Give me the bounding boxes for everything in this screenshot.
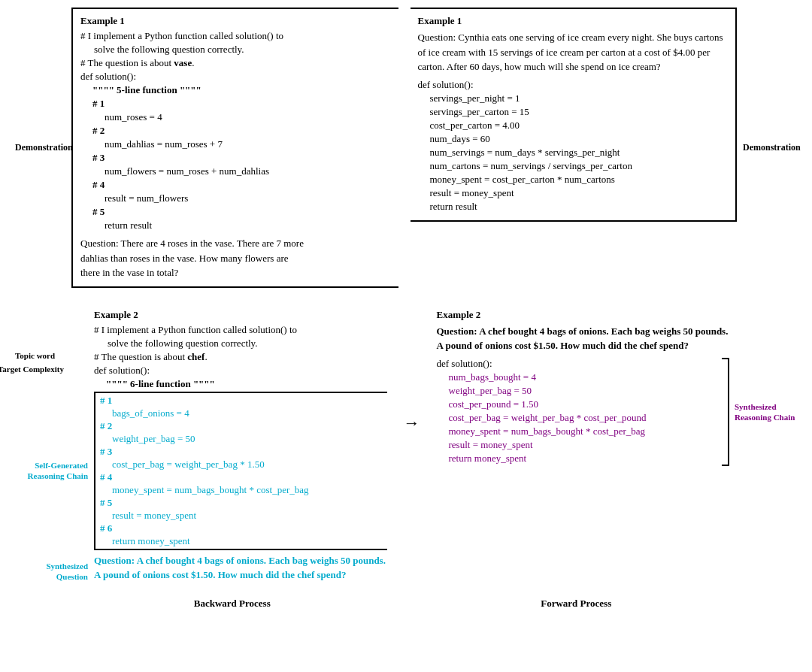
bottom-left-example-title: Example 2 [94,309,387,321]
top-left-code4: result = num_flowers [105,192,391,204]
tr-code2: servings_per_carton = 15 [430,106,729,118]
bottom-left-panel: Example 2 # I implement a Python functio… [86,303,395,589]
top-left-comment2: # 2 [92,125,391,137]
synth-question-text: Question: A chef bought 4 bags of onions… [94,553,387,583]
tr-code7: money_spent = cost_per_carton * num_cart… [430,174,729,186]
synth-rc-label: SynthesizedReasoning Chain [735,401,801,422]
bottom-right-example-title: Example 2 [437,309,730,321]
br-code2: weight_per_bag = 50 [449,385,718,397]
bl-code5: result = money_spent [112,510,383,522]
bl-c3: # 3 [100,446,383,458]
topic-word-label: Topic word [15,351,55,360]
bl-c6: # 6 [100,522,383,534]
bottom-right-panel: Example 2 Question: A chef bought 4 bags… [429,303,738,472]
target-complexity-label: Target Complexity [0,365,64,374]
target-complexity-row: Target Complexity def solution(): [94,365,387,377]
top-left-line2: solve the following question correctly. [94,44,391,56]
backward-process-label: Backward Process [71,598,393,610]
top-left-code3: num_flowers = num_roses + num_dahlias [105,165,391,177]
top-left-comment4: # 4 [92,179,391,191]
bottom-labels-row: Backward Process Forward Process [8,598,804,610]
br-code6: result = money_spent [449,439,718,451]
bl-code6: return money_spent [112,535,383,547]
tr-code1: servings_per_night = 1 [430,92,729,104]
arrow: → [401,303,423,589]
top-left-code5: return result [105,219,391,232]
top-left-question: Question: There are 4 roses in the vase.… [80,236,391,280]
top-right-question: Question: Cynthia eats one serving of ic… [418,30,729,74]
synth-question-label: SynthesizedQuestion [26,561,88,583]
bl-docstring: """" 6-line function """" [106,378,387,390]
self-gen-bracket: # 1 bags_of_onions = 4 # 2 weight_per_ba… [94,392,387,550]
br-def: def solution(): [437,358,718,370]
bottom-row: Example 2 # I implement a Python functio… [8,303,804,589]
main-container: Demonstration Example 1 # I implement a … [8,8,804,610]
synth-question-section: SynthesizedQuestion Question: A chef bou… [94,553,387,583]
tr-code3: cost_per_carton = 4.00 [430,120,729,132]
br-question: Question: A chef bought 4 bags of onions… [437,324,730,353]
bl-c4: # 4 [100,471,383,483]
tr-code9: return result [430,201,729,213]
self-gen-label: Self-GeneratedReasoning Chain [5,460,88,482]
tr-code8: result = money_spent [430,187,729,199]
tr-code4: num_days = 60 [430,133,729,145]
demonstration-label-top-left: Demonstration [15,142,68,153]
synth-rc-bracket [722,358,729,466]
bl-c5: # 5 [100,497,383,509]
bl-code1: bags_of_onions = 4 [112,407,383,419]
top-left-line1: # I implement a Python function called s… [80,30,391,42]
top-left-code1: num_roses = 4 [105,111,391,123]
top-left-comment3: # 3 [92,152,391,164]
synth-rc-section: def solution(): num_bags_bought = 4 weig… [437,358,730,466]
tr-code6: num_cartons = num_servings / servings_pe… [430,160,729,172]
synth-rc-bracket-wrapper: SynthesizedReasoning Chain [717,358,729,466]
top-left-def: def solution(): [80,71,391,83]
top-left-line3: # The question is about vase. [80,57,391,69]
top-left-panel: Example 1 # I implement a Python functio… [71,8,398,288]
br-code3: cost_per_pound = 1.50 [449,398,718,410]
top-left-example-title: Example 1 [80,15,391,27]
top-left-docstring: """" 5-line function """" [92,84,391,96]
bl-def-line: def solution(): [94,365,150,377]
top-left-code2: num_dahlias = num_roses + 7 [105,138,391,150]
br-code5: money_spent = num_bags_bought * cost_per… [449,425,718,437]
bottom-left-container: Example 2 # I implement a Python functio… [86,303,395,589]
top-left-comment1: # 1 [92,98,391,110]
top-row: Demonstration Example 1 # I implement a … [8,8,804,288]
bl-code3: cost_per_bag = weight_per_bag * 1.50 [112,459,383,471]
br-code7: return money_spent [449,453,718,465]
bl-c1: # 1 [100,395,383,407]
self-gen-section: Self-GeneratedReasoning Chain # 1 bags_o… [94,392,387,550]
br-code1: num_bags_bought = 4 [449,371,718,383]
bl-topic-line: # The question is about chef. [94,351,208,363]
top-left-comment5: # 5 [92,206,391,218]
demonstration-label-top-right: Demonstration [743,142,803,153]
tr-code5: num_servings = num_days * servings_per_n… [430,147,729,159]
top-right-example-title: Example 1 [418,15,729,27]
br-code4: cost_per_bag = weight_per_bag * cost_per… [449,412,718,424]
bl-c2: # 2 [100,420,383,432]
topic-word-row: Topic word # The question is about chef. [94,351,387,363]
br-code-block: def solution(): num_bags_bought = 4 weig… [437,358,718,466]
bl-code2: weight_per_bag = 50 [112,433,383,445]
bl-intro2: solve the following question correctly. [108,338,387,350]
bl-intro1: # I implement a Python function called s… [94,324,387,336]
bottom-right-container: Example 2 Question: A chef bought 4 bags… [429,303,738,589]
forward-process-label: Forward Process [416,598,738,610]
top-right-panel: Example 1 Question: Cynthia eats one ser… [411,8,738,222]
bl-code4: money_spent = num_bags_bought * cost_per… [112,484,383,496]
top-right-def: def solution(): [418,79,729,91]
